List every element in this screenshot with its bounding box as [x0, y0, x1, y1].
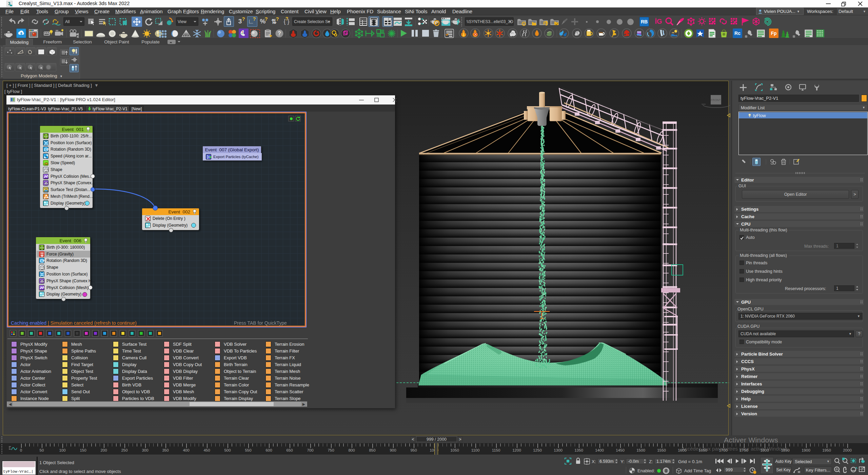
svg-text:?: ? — [278, 31, 281, 36]
svg-text:FRONT: FRONT — [711, 98, 721, 102]
